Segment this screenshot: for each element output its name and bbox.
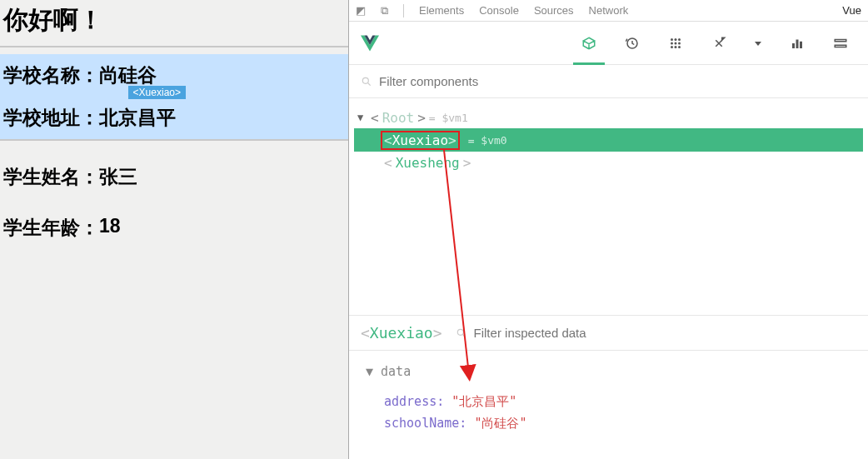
data-row-schoolname[interactable]: schoolName: "尚硅谷" (366, 412, 851, 434)
tree-root-row[interactable]: ▼ <Root> = $vm1 (354, 107, 863, 128)
greeting-heading: 你好啊！ (0, 0, 348, 46)
svg-point-3 (671, 38, 673, 41)
angle-bracket: < (361, 324, 370, 342)
tab-elements[interactable]: Elements (419, 4, 464, 17)
student-age-value: 18 (99, 215, 121, 241)
component-filter-input[interactable] (379, 74, 856, 88)
search-icon (361, 76, 372, 87)
data-val-address: "北京昌平" (451, 394, 516, 409)
svg-marker-12 (722, 37, 725, 40)
svg-rect-14 (792, 43, 795, 48)
svg-rect-15 (796, 39, 799, 48)
svg-line-22 (462, 334, 465, 337)
student-age-label: 学生年龄： (3, 215, 99, 241)
inspector-filter (456, 326, 624, 340)
inspected-component-name: <Xuexiao> (361, 324, 442, 342)
student-name-value: 张三 (99, 164, 137, 190)
data-section: ▼ data address: "北京昌平" schoolName: "尚硅谷" (349, 351, 868, 459)
selected-vm: = $vm0 (468, 134, 507, 147)
student-name-row: 学生姓名： 张三 (0, 156, 348, 198)
grid-icon[interactable] (666, 34, 685, 52)
vue-logo-icon (361, 34, 379, 52)
angle-bracket: > (417, 110, 426, 126)
svg-point-4 (675, 38, 677, 41)
data-key-schoolname: schoolName: (384, 416, 466, 431)
svg-point-6 (671, 42, 673, 44)
inspector-filter-input[interactable] (474, 326, 624, 340)
svg-rect-16 (800, 41, 802, 47)
devtools-tab-bar: ◩ ⧉ Elements Console Sources Network Vue (349, 0, 868, 22)
tab-console[interactable]: Console (479, 4, 519, 17)
data-val-schoolname: "尚硅谷" (474, 416, 526, 431)
angle-bracket: > (448, 132, 456, 148)
svg-marker-13 (755, 42, 761, 46)
tab-network[interactable]: Network (589, 4, 629, 17)
angle-bracket: < (384, 132, 392, 148)
data-row-address[interactable]: address: "北京昌平" (366, 391, 851, 412)
school-name-value: 尚硅谷 (99, 62, 157, 88)
chevron-down-icon[interactable] (753, 34, 763, 52)
performance-icon[interactable] (788, 34, 806, 52)
data-key-address: address: (384, 394, 444, 409)
school-addr-row: 学校地址： 北京昌平 (0, 97, 348, 139)
vue-devtools-header (349, 22, 868, 65)
svg-rect-17 (835, 39, 846, 41)
child-comp-name: Xuesheng (396, 155, 460, 171)
root-vm: = $vm1 (429, 112, 468, 124)
component-tree: ▼ <Root> = $vm1 <Xuexiao> = $vm0 <Xueshe… (349, 98, 868, 182)
components-tab-icon[interactable] (580, 34, 598, 52)
school-addr-label: 学校地址： (3, 105, 99, 131)
root-name: Root (382, 110, 415, 126)
timeline-icon[interactable] (623, 34, 641, 52)
search-icon (456, 327, 467, 339)
devtools-panel: ◩ ⧉ Elements Console Sources Network Vue (348, 0, 868, 459)
svg-point-7 (675, 42, 677, 44)
svg-point-11 (678, 46, 681, 48)
tree-selected-row[interactable]: <Xuexiao> = $vm0 (354, 128, 863, 152)
divider (403, 4, 404, 17)
angle-bracket: > (433, 324, 442, 342)
divider (0, 46, 348, 47)
svg-point-21 (457, 329, 463, 335)
svg-rect-18 (835, 45, 846, 47)
app-preview-panel: 你好啊！ 学校名称： 尚硅谷 <Xuexiao> 学校地址： 北京昌平 学生姓名… (0, 0, 348, 459)
school-name-label: 学校名称： (3, 62, 99, 88)
gap (349, 182, 868, 315)
inspector-panel: <Xuexiao> ▼ data address: "北京昌平" schoolN… (349, 315, 868, 459)
tree-child-row[interactable]: <Xuesheng> (354, 152, 863, 173)
data-section-label[interactable]: ▼ data (366, 364, 851, 379)
divider (0, 139, 348, 141)
tab-sources[interactable]: Sources (534, 4, 574, 17)
caret-down-icon[interactable]: ▼ (357, 112, 367, 123)
angle-bracket: < (371, 110, 379, 126)
student-block: 学生姓名： 张三 学生年龄： 18 (0, 156, 348, 249)
svg-point-10 (675, 46, 677, 48)
routes-icon[interactable] (710, 34, 728, 52)
select-element-icon[interactable]: ◩ (356, 4, 366, 17)
svg-point-19 (362, 77, 368, 83)
device-toggle-icon[interactable]: ⧉ (381, 4, 388, 17)
student-age-row: 学生年龄： 18 (0, 207, 348, 249)
svg-point-9 (671, 46, 673, 48)
inspector-header: <Xuexiao> (349, 316, 868, 351)
settings-icon[interactable] (831, 34, 850, 52)
selected-comp-name: Xuexiao (392, 132, 448, 148)
angle-bracket: < (384, 155, 392, 171)
svg-point-5 (678, 38, 681, 41)
svg-point-8 (678, 42, 681, 44)
student-name-label: 学生姓名： (3, 164, 99, 190)
school-addr-value: 北京昌平 (99, 105, 176, 131)
component-filter-row (349, 65, 868, 98)
angle-bracket: > (463, 155, 471, 171)
svg-line-20 (368, 82, 371, 85)
selected-component-overlay: 学校名称： 尚硅谷 <Xuexiao> 学校地址： 北京昌平 (0, 54, 348, 139)
vue-devtools-nav (580, 34, 856, 52)
tab-vue[interactable]: Vue (842, 4, 861, 17)
component-overlay-tag: <Xuexiao> (128, 86, 186, 99)
